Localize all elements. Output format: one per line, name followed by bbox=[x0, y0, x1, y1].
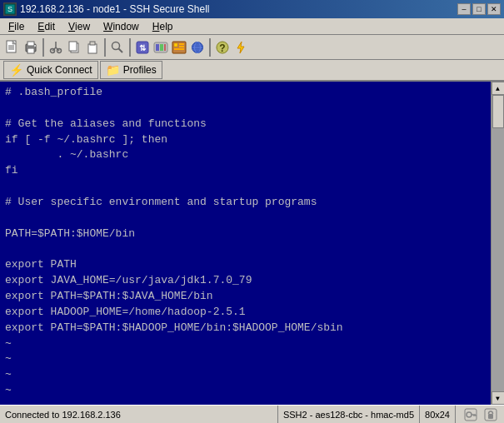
profiles-label: Profiles bbox=[123, 64, 157, 76]
new-button[interactable] bbox=[3, 38, 22, 57]
terminal-wrapper: # .bash_profile # Get the aliases and fu… bbox=[0, 82, 504, 405]
help-button[interactable]: ? bbox=[213, 38, 232, 57]
svg-rect-29 bbox=[174, 43, 177, 47]
terminal[interactable]: # .bash_profile # Get the aliases and fu… bbox=[0, 82, 491, 405]
menu-window[interactable]: Window bbox=[98, 19, 144, 34]
menu-help[interactable]: Help bbox=[147, 19, 178, 34]
svg-rect-18 bbox=[88, 44, 97, 53]
window-controls: – □ ✕ bbox=[457, 3, 501, 15]
scroll-down-button[interactable]: ▼ bbox=[492, 391, 505, 405]
svg-rect-17 bbox=[69, 42, 77, 51]
menu-bar: File Edit View Window Help bbox=[0, 18, 504, 35]
menu-view[interactable]: View bbox=[63, 19, 95, 34]
svg-text:⇅: ⇅ bbox=[139, 43, 147, 52]
dimensions-text: 80x24 bbox=[425, 410, 450, 420]
svg-rect-32 bbox=[174, 48, 184, 50]
svg-rect-26 bbox=[160, 44, 163, 51]
svg-line-21 bbox=[119, 48, 123, 52]
status-bar: Connected to 192.168.2.136 SSH2 - aes128… bbox=[0, 405, 504, 423]
folder-icon: 📁 bbox=[106, 63, 120, 77]
print-button[interactable] bbox=[22, 38, 40, 57]
maximize-button[interactable]: □ bbox=[472, 3, 486, 15]
window-title: 192.168.2.136 - node1 - SSH Secure Shell bbox=[20, 3, 209, 15]
toolbar-separator-3 bbox=[129, 38, 131, 57]
quick-toolbar: ⚡ Quick Connect 📁 Profiles bbox=[0, 60, 504, 82]
key-status-icon bbox=[462, 406, 479, 423]
app-icon: S bbox=[3, 2, 17, 16]
lightning-button[interactable] bbox=[232, 38, 250, 57]
svg-rect-19 bbox=[90, 42, 95, 45]
lock-status-icon bbox=[482, 406, 499, 423]
svg-point-20 bbox=[112, 42, 120, 49]
svg-rect-31 bbox=[179, 46, 184, 47]
encryption-text: SSH2 - aes128-cbc - hmac-md5 bbox=[283, 410, 414, 420]
svg-marker-40 bbox=[237, 42, 244, 53]
profiles-button[interactable]: 📁 Profiles bbox=[100, 61, 162, 79]
toolbar-separator-1 bbox=[42, 38, 44, 57]
svg-rect-30 bbox=[179, 43, 184, 45]
svg-rect-10 bbox=[34, 45, 36, 47]
quick-connect-label: Quick Connect bbox=[27, 64, 92, 76]
sftp-button[interactable]: ⇅ bbox=[133, 38, 152, 57]
connection-text: Connected to 192.168.2.136 bbox=[5, 410, 121, 420]
paste-button[interactable] bbox=[83, 38, 102, 57]
menu-file[interactable]: File bbox=[3, 19, 29, 34]
encryption-status: SSH2 - aes128-cbc - hmac-md5 bbox=[278, 406, 420, 423]
dimensions-status: 80x24 bbox=[420, 406, 456, 423]
toolbar: ⇅ bbox=[0, 35, 504, 60]
scrollbar[interactable]: ▲ ▼ bbox=[491, 82, 504, 405]
menu-edit[interactable]: Edit bbox=[32, 19, 60, 34]
scroll-track[interactable] bbox=[492, 95, 504, 391]
scroll-up-button[interactable]: ▲ bbox=[492, 82, 505, 95]
svg-rect-25 bbox=[156, 44, 159, 51]
toolbar-separator-2 bbox=[104, 38, 106, 57]
globe-button[interactable] bbox=[188, 38, 207, 57]
svg-rect-9 bbox=[27, 48, 34, 53]
close-button[interactable]: ✕ bbox=[487, 3, 501, 15]
toolbar-separator-4 bbox=[209, 38, 211, 57]
copy-button[interactable] bbox=[65, 38, 83, 57]
svg-text:S: S bbox=[7, 5, 12, 13]
status-icons bbox=[456, 406, 504, 423]
settings-button[interactable] bbox=[170, 38, 188, 57]
svg-rect-8 bbox=[27, 42, 34, 46]
svg-rect-47 bbox=[488, 414, 493, 419]
scroll-thumb[interactable] bbox=[492, 95, 504, 128]
connection-status: Connected to 192.168.2.136 bbox=[0, 406, 278, 423]
svg-text:?: ? bbox=[219, 42, 225, 54]
keygen-button[interactable] bbox=[152, 38, 170, 57]
lightning-icon: ⚡ bbox=[9, 63, 23, 77]
quick-connect-button[interactable]: ⚡ Quick Connect bbox=[3, 61, 98, 79]
find-button[interactable] bbox=[108, 38, 127, 57]
svg-rect-27 bbox=[164, 44, 166, 51]
cut-button[interactable] bbox=[47, 38, 65, 57]
title-bar: S 192.168.2.136 - node1 - SSH Secure She… bbox=[0, 0, 504, 18]
minimize-button[interactable]: – bbox=[457, 3, 471, 15]
